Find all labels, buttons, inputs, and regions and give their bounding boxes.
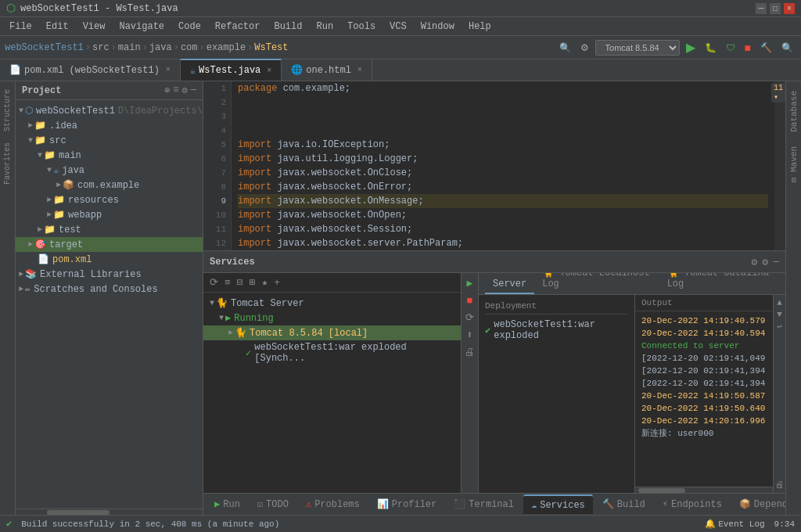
tab-one-close[interactable]: × [357,66,362,74]
svc-collapse-btn[interactable]: ≡ [223,276,232,289]
breadcrumb-project[interactable]: webSocketTest1 [5,42,84,53]
window-controls[interactable]: ─ □ × [756,3,795,14]
run-configuration-select[interactable]: Tomcat 8.5.84 [595,40,680,56]
svc-start-btn[interactable]: ▶ [463,276,477,290]
menu-file[interactable]: File [3,20,38,34]
search-everywhere-btn[interactable]: 🔍 [556,41,574,55]
coverage-button[interactable]: 🛡 [723,41,738,55]
menu-navigate[interactable]: Navigate [113,20,171,34]
left-edge-structure[interactable]: Structure [2,84,13,136]
tool-tab-services[interactable]: ☁ Services [523,494,593,514]
output-print-btn[interactable]: 🖨 [775,480,784,490]
svc-item-war-exploded[interactable]: ✓ webSocketTest1:war exploded [Synch... [203,340,461,365]
menu-run[interactable]: Run [310,20,339,34]
debug-button[interactable]: 🐛 [702,41,720,55]
tool-tab-problems[interactable]: ⚠ Problems [298,495,368,513]
menu-view[interactable]: View [77,20,112,34]
tab-wstest-close[interactable]: × [267,66,271,75]
tree-item-java[interactable]: ▼ ☕ java [16,163,203,178]
tab-one-html[interactable]: 🌐 one.html × [282,59,372,81]
svc-star-btn[interactable]: ★ [260,275,269,289]
breadcrumb-src[interactable]: src [92,42,110,53]
tool-tab-endpoints[interactable]: ⚡ Endpoints [655,495,730,513]
scroll-up-btn[interactable]: ▲ [777,298,782,307]
breadcrumb-main[interactable]: main [118,42,141,53]
settings-btn[interactable]: ⚙ [577,41,592,55]
menu-tools[interactable]: Tools [341,20,382,34]
event-log-link[interactable]: 🔔 Event Log [705,519,764,529]
tree-item-scratches[interactable]: ► ✏ Scratches and Consoles [16,282,203,297]
tool-tab-dependencies[interactable]: 📦 Dependencies [731,495,785,513]
svc-refresh-btn[interactable]: ⟳ [208,275,220,289]
svc-tab-localhost-log[interactable]: 🐈 Tomcat Localhost Log [534,273,659,294]
svc-tab-catalina-log[interactable]: 🐈 Tomcat Catalina Log [659,273,779,294]
left-edge-favorites[interactable]: Favorites [2,138,13,189]
tree-item-resources[interactable]: ► 📁 resources [16,192,203,207]
close-button[interactable]: × [784,3,795,14]
output-content[interactable]: 20-Dec-2022 14:19:40.579 信息 [main] org.a… [635,311,773,487]
svc-deploy-btn[interactable]: ⬆ [463,328,477,342]
build-button[interactable]: 🔨 [757,41,775,55]
code-editor[interactable]: 1 2 3 4 5 6 7 8 9 10 11 12 13 package co… [203,81,785,250]
tab-pom-xml[interactable]: 📄 pom.xml (webSocketTest1) × [0,59,181,81]
toolbar-search-button[interactable]: 🔍 [778,41,796,55]
scroll-down-btn[interactable]: ▼ [777,310,782,319]
svc-item-tomcat-local[interactable]: ► 🐈 Tomcat 8.5.84 [local] [203,325,461,340]
sidebar-collapse-btn[interactable]: ≡ [173,84,178,96]
breadcrumb-example[interactable]: example [207,42,246,53]
breadcrumb-class[interactable]: WsTest [254,42,288,53]
svc-item-running[interactable]: ▼ ▶ Running [203,311,461,325]
tool-tab-profiler[interactable]: 📊 Profiler [369,495,445,513]
svc-reload-btn[interactable]: ⟳ [463,311,477,325]
sidebar-scrollbar[interactable] [16,509,203,515]
strip-tab-maven[interactable]: m Maven [788,140,800,189]
tool-tab-build[interactable]: 🔨 Build [594,495,653,513]
tree-item-idea[interactable]: ► 📁 .idea [16,118,203,133]
tree-item-target[interactable]: ► 🎯 target [16,237,203,252]
services-settings-btn[interactable]: ⚙ [752,256,758,268]
tree-item-src[interactable]: ▼ 📁 src [16,133,203,148]
svc-add-btn[interactable]: + [272,276,282,289]
output-scroll-x[interactable] [635,487,773,493]
svc-filter-btn[interactable]: ⊟ [235,275,245,289]
editor-gutter[interactable]: 11 ▾ [774,81,785,250]
sidebar-new-btn[interactable]: ⊕ [164,84,170,96]
menu-edit[interactable]: Edit [40,20,75,34]
sidebar-settings-btn[interactable]: ⚙ [182,84,188,96]
tree-item-root[interactable]: ▼ ⬡ webSocketTest1 D\IdeaProjects\w [16,103,203,118]
tree-item-external-libs[interactable]: ► 📚 External Libraries [16,267,203,282]
stop-button[interactable]: ■ [742,40,754,56]
svc-print-btn[interactable]: 🖨 [463,345,477,359]
menu-help[interactable]: Help [462,20,497,34]
tool-tab-todo[interactable]: ☑ TODO [250,495,296,513]
tree-item-pomxml[interactable]: 📄 pom.xml [16,252,203,267]
tool-tab-run[interactable]: ▶ Run [207,495,248,513]
svc-sort-btn[interactable]: ⊞ [248,275,257,289]
output-wrap-btn[interactable]: ↩ [777,322,782,332]
svc-tab-server[interactable]: Server [485,275,534,294]
services-close-btn[interactable]: — [773,256,779,268]
menu-refactor[interactable]: Refactor [209,20,267,34]
breadcrumb-com[interactable]: com [181,42,198,53]
maximize-button[interactable]: □ [770,3,781,14]
tool-tab-terminal[interactable]: ⬛ Terminal [446,495,522,513]
sidebar-close-btn[interactable]: — [191,84,196,96]
tree-item-webapp[interactable]: ► 📁 webapp [16,207,203,222]
menu-code[interactable]: Code [172,20,207,34]
breadcrumb[interactable]: webSocketTest1 › src › main › java › com… [5,42,289,53]
strip-tab-database[interactable]: Database [788,84,800,138]
tab-pom-close[interactable]: × [166,66,171,74]
breadcrumb-java[interactable]: java [149,42,172,53]
menu-build[interactable]: Build [268,20,308,34]
tab-wstest-java[interactable]: ☕ WsTest.java × [181,59,282,81]
tree-item-main[interactable]: ▼ 📁 main [16,148,203,163]
menu-vcs[interactable]: VCS [383,20,413,34]
svc-stop-btn[interactable]: ■ [463,293,477,307]
svc-item-tomcat-server[interactable]: ▼ 🐈 Tomcat Server [203,296,461,311]
menu-window[interactable]: Window [415,20,461,34]
tree-item-test[interactable]: ► 📁 test [16,222,203,237]
tree-item-package[interactable]: ► 📦 com.example [16,178,203,192]
run-button[interactable]: ▶ [683,38,699,56]
services-gear-btn[interactable]: ⚙ [762,256,768,268]
code-content[interactable]: package com.example; import java.io.IOEx… [232,81,774,250]
